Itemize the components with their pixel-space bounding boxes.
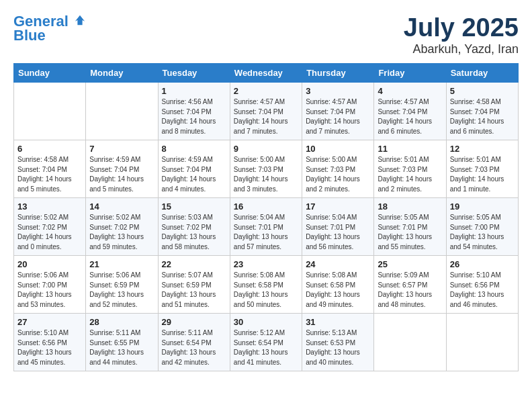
day-number: 9 (234, 144, 298, 154)
day-detail: Sunrise: 5:03 AMSunset: 7:02 PMDaylight:… (162, 214, 216, 250)
day-detail: Sunrise: 5:05 AMSunset: 7:01 PMDaylight:… (378, 214, 432, 250)
calendar-cell: 8 Sunrise: 4:59 AMSunset: 7:04 PMDayligh… (158, 140, 230, 198)
header-row: SundayMondayTuesdayWednesdayThursdayFrid… (14, 64, 519, 83)
day-detail: Sunrise: 4:57 AMSunset: 7:04 PMDaylight:… (378, 98, 432, 135)
calendar-cell: 16 Sunrise: 5:04 AMSunset: 7:01 PMDaylig… (230, 198, 302, 256)
week-row-4: 20 Sunrise: 5:06 AMSunset: 7:00 PMDaylig… (14, 256, 519, 314)
day-detail: Sunrise: 4:56 AMSunset: 7:04 PMDaylight:… (162, 98, 216, 135)
calendar-cell: 1 Sunrise: 4:56 AMSunset: 7:04 PMDayligh… (158, 83, 230, 140)
day-detail: Sunrise: 5:11 AMSunset: 6:54 PMDaylight:… (162, 329, 216, 366)
calendar-cell: 23 Sunrise: 5:08 AMSunset: 6:58 PMDaylig… (230, 256, 302, 314)
day-number: 27 (17, 317, 82, 327)
day-detail: Sunrise: 5:09 AMSunset: 6:57 PMDaylight:… (378, 271, 432, 308)
calendar-cell: 13 Sunrise: 5:02 AMSunset: 7:02 PMDaylig… (14, 198, 86, 256)
day-number: 31 (306, 317, 370, 327)
day-number: 6 (17, 144, 82, 154)
day-detail: Sunrise: 5:13 AMSunset: 6:53 PMDaylight:… (306, 329, 360, 366)
calendar-cell: 27 Sunrise: 5:10 AMSunset: 6:56 PMDaylig… (14, 314, 86, 371)
calendar-cell: 2 Sunrise: 4:57 AMSunset: 7:04 PMDayligh… (230, 83, 302, 140)
day-number: 15 (162, 201, 226, 212)
logo-icon (74, 14, 86, 26)
calendar-cell: 31 Sunrise: 5:13 AMSunset: 6:53 PMDaylig… (302, 314, 374, 371)
day-number: 7 (89, 144, 154, 154)
day-header-sunday: Sunday (14, 64, 86, 83)
calendar-cell (14, 83, 86, 140)
day-detail: Sunrise: 4:57 AMSunset: 7:04 PMDaylight:… (234, 98, 288, 135)
day-number: 26 (450, 259, 515, 269)
day-header-thursday: Thursday (302, 64, 374, 83)
day-number: 13 (17, 201, 82, 212)
page-title: July 2025 (404, 13, 519, 42)
calendar-table: SundayMondayTuesdayWednesdayThursdayFrid… (13, 63, 519, 371)
calendar-cell: 5 Sunrise: 4:58 AMSunset: 7:04 PMDayligh… (446, 83, 518, 140)
calendar-cell (374, 314, 446, 371)
calendar-cell: 14 Sunrise: 5:02 AMSunset: 7:02 PMDaylig… (86, 198, 158, 256)
day-number: 29 (162, 317, 226, 327)
calendar-cell (446, 314, 518, 371)
calendar-cell: 30 Sunrise: 5:12 AMSunset: 6:54 PMDaylig… (230, 314, 302, 371)
day-header-wednesday: Wednesday (230, 64, 302, 83)
calendar-cell: 15 Sunrise: 5:03 AMSunset: 7:02 PMDaylig… (158, 198, 230, 256)
day-detail: Sunrise: 5:10 AMSunset: 6:56 PMDaylight:… (17, 329, 72, 366)
calendar-cell: 19 Sunrise: 5:05 AMSunset: 7:00 PMDaylig… (446, 198, 518, 256)
day-detail: Sunrise: 5:11 AMSunset: 6:55 PMDaylight:… (89, 329, 144, 366)
day-number: 11 (378, 144, 442, 154)
calendar-cell: 11 Sunrise: 5:01 AMSunset: 7:03 PMDaylig… (374, 140, 446, 198)
day-detail: Sunrise: 4:59 AMSunset: 7:04 PMDaylight:… (89, 156, 144, 193)
page-header: General Blue July 2025 Abarkuh, Yazd, Ir… (13, 13, 519, 56)
day-detail: Sunrise: 5:06 AMSunset: 7:00 PMDaylight:… (17, 271, 72, 308)
day-header-tuesday: Tuesday (158, 64, 230, 83)
day-detail: Sunrise: 5:00 AMSunset: 7:03 PMDaylight:… (306, 156, 360, 193)
calendar-cell: 6 Sunrise: 4:58 AMSunset: 7:04 PMDayligh… (14, 140, 86, 198)
day-number: 5 (450, 86, 515, 96)
day-number: 1 (162, 86, 226, 96)
week-row-2: 6 Sunrise: 4:58 AMSunset: 7:04 PMDayligh… (14, 140, 519, 198)
day-number: 14 (89, 201, 154, 212)
day-detail: Sunrise: 5:04 AMSunset: 7:01 PMDaylight:… (306, 214, 360, 250)
day-header-friday: Friday (374, 64, 446, 83)
day-number: 10 (306, 144, 370, 154)
title-block: July 2025 Abarkuh, Yazd, Iran (404, 13, 519, 56)
day-detail: Sunrise: 5:01 AMSunset: 7:03 PMDaylight:… (450, 156, 504, 193)
day-number: 24 (306, 259, 370, 269)
calendar-cell (86, 83, 158, 140)
day-detail: Sunrise: 5:10 AMSunset: 6:56 PMDaylight:… (450, 271, 504, 308)
day-detail: Sunrise: 5:00 AMSunset: 7:03 PMDaylight:… (234, 156, 288, 193)
day-number: 18 (378, 201, 442, 212)
calendar-cell: 3 Sunrise: 4:57 AMSunset: 7:04 PMDayligh… (302, 83, 374, 140)
calendar-cell: 22 Sunrise: 5:07 AMSunset: 6:59 PMDaylig… (158, 256, 230, 314)
day-number: 3 (306, 86, 370, 96)
day-detail: Sunrise: 5:07 AMSunset: 6:59 PMDaylight:… (162, 271, 216, 308)
day-number: 23 (234, 259, 298, 269)
logo: General Blue (13, 13, 86, 44)
day-detail: Sunrise: 5:08 AMSunset: 6:58 PMDaylight:… (234, 271, 288, 308)
calendar-cell: 10 Sunrise: 5:00 AMSunset: 7:03 PMDaylig… (302, 140, 374, 198)
day-detail: Sunrise: 5:12 AMSunset: 6:54 PMDaylight:… (234, 329, 288, 366)
day-detail: Sunrise: 4:57 AMSunset: 7:04 PMDaylight:… (306, 98, 360, 135)
day-number: 21 (89, 259, 154, 269)
day-detail: Sunrise: 5:02 AMSunset: 7:02 PMDaylight:… (89, 214, 144, 250)
day-number: 19 (450, 201, 515, 212)
day-detail: Sunrise: 4:59 AMSunset: 7:04 PMDaylight:… (162, 156, 216, 193)
day-number: 2 (234, 86, 298, 96)
day-detail: Sunrise: 5:04 AMSunset: 7:01 PMDaylight:… (234, 214, 288, 250)
day-detail: Sunrise: 5:01 AMSunset: 7:03 PMDaylight:… (378, 156, 432, 193)
calendar-cell: 21 Sunrise: 5:06 AMSunset: 6:59 PMDaylig… (86, 256, 158, 314)
week-row-3: 13 Sunrise: 5:02 AMSunset: 7:02 PMDaylig… (14, 198, 519, 256)
day-detail: Sunrise: 5:08 AMSunset: 6:58 PMDaylight:… (306, 271, 360, 308)
day-number: 8 (162, 144, 226, 154)
svg-marker-0 (75, 15, 85, 25)
day-number: 16 (234, 201, 298, 212)
calendar-cell: 18 Sunrise: 5:05 AMSunset: 7:01 PMDaylig… (374, 198, 446, 256)
calendar-cell: 4 Sunrise: 4:57 AMSunset: 7:04 PMDayligh… (374, 83, 446, 140)
page-subtitle: Abarkuh, Yazd, Iran (404, 42, 519, 56)
day-number: 12 (450, 144, 515, 154)
day-detail: Sunrise: 5:05 AMSunset: 7:00 PMDaylight:… (450, 214, 504, 250)
day-detail: Sunrise: 5:02 AMSunset: 7:02 PMDaylight:… (17, 214, 72, 250)
day-number: 17 (306, 201, 370, 212)
day-number: 20 (17, 259, 82, 269)
day-header-monday: Monday (86, 64, 158, 83)
day-number: 25 (378, 259, 442, 269)
calendar-cell: 9 Sunrise: 5:00 AMSunset: 7:03 PMDayligh… (230, 140, 302, 198)
calendar-cell: 25 Sunrise: 5:09 AMSunset: 6:57 PMDaylig… (374, 256, 446, 314)
